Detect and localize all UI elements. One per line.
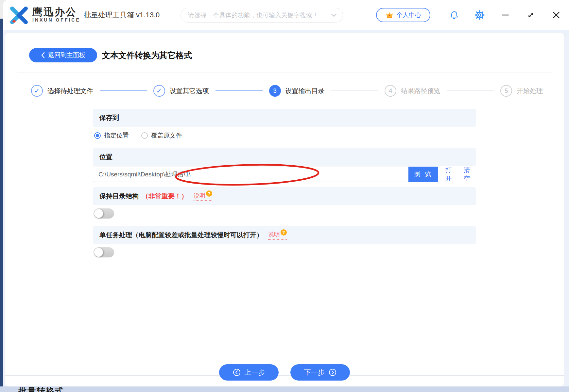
location-title: 位置 [99,153,112,161]
wizard-steps: ✓ 选择待处理文件 ✓ 设置其它选项 3 设置输出目录 4 [31,84,543,97]
help-link-label: 说明 [194,192,205,200]
radio-overwrite-original[interactable]: 覆盖原文件 [141,131,182,140]
circle-chevron-right-icon [329,368,336,376]
step-5-label: 开始处理 [517,87,543,95]
background-window-strip: 批量转格式 [0,386,569,392]
back-to-dashboard-button[interactable]: 返回到主面板 [29,48,97,62]
logo-text-en: INXUN OFFICE [32,17,80,23]
step-5-number: 5 [500,85,512,97]
toggle-knob [94,209,103,218]
single-task-toggle[interactable] [94,247,114,257]
logo-x-icon [9,5,29,25]
background-window-text: 批量转格式 [18,386,64,392]
step-1-check-icon: ✓ [31,85,43,97]
title-divider [17,73,552,73]
save-to-section-header: 保存到 [93,109,476,127]
question-circle-icon: ? [206,190,212,197]
maximize-button[interactable] [526,10,536,20]
step-result-preview[interactable]: 4 结果路径预览 [385,85,440,97]
step-connector [447,90,494,91]
keep-structure-toggle[interactable] [94,208,114,219]
output-path-input[interactable] [93,167,408,182]
radio-unselected-icon[interactable] [141,132,148,139]
crown-icon [385,11,394,19]
app-header: 鹰迅办公 INXUN OFFICE 批量处理工具箱 v1.13.0 个人中心 [3,0,569,30]
step-connector [331,90,378,91]
step-2-check-icon: ✓ [153,85,165,97]
function-search-box[interactable] [181,8,343,23]
toggle-knob [94,248,103,257]
step-4-number: 4 [385,85,396,97]
single-task-section-header: 单任务处理（电脑配置较差或批量处理较慢时可以打开） 说明 ? [93,226,476,244]
page-title: 文本文件转换为其它格式 [102,48,192,62]
user-center-label: 个人中心 [396,11,421,19]
keep-structure-title: 保持目录结构 [99,192,139,201]
step-start-processing[interactable]: 5 开始处理 [500,85,543,97]
open-folder-link[interactable]: 打开 [445,166,458,183]
background-window-edge [0,19,3,387]
app-logo: 鹰迅办公 INXUN OFFICE [9,5,80,25]
step-output-directory[interactable]: 3 设置输出目录 [269,85,325,97]
step-select-files[interactable]: ✓ 选择待处理文件 [31,85,93,97]
step-4-label: 结果路径预览 [401,87,440,95]
question-circle-icon: ? [281,229,287,236]
radio-specified-location[interactable]: 指定位置 [94,131,129,140]
save-to-title: 保存到 [99,113,119,122]
close-button[interactable] [551,10,561,20]
step-2-label: 设置其它选项 [170,87,209,95]
app-window: 鹰迅办公 INXUN OFFICE 批量处理工具箱 v1.13.0 个人中心 [3,0,569,386]
back-button-label: 返回到主面板 [48,51,85,59]
step-3-number: 3 [269,85,281,97]
location-section-header: 位置 [93,148,476,166]
app-title: 批量处理工具箱 v1.13.0 [84,0,160,30]
user-center-button[interactable]: 个人中心 [376,8,430,22]
keep-structure-important-note: （非常重要！） [142,192,188,201]
step-1-label: 选择待处理文件 [47,87,93,95]
settings-gear-icon[interactable] [475,10,485,20]
browse-button[interactable]: 浏 览 [408,167,439,182]
chevron-left-icon [41,52,45,58]
radio-selected-icon[interactable] [94,132,101,139]
step-3-label: 设置输出目录 [285,87,325,95]
previous-step-button[interactable]: 上一步 [219,364,279,381]
desktop-background: 批量转格式 鹰迅办公 INXUN OFFICE 批量处理工具箱 v1.13.0 [0,0,569,392]
single-task-help-link[interactable]: 说明 ? [268,231,287,240]
main-card: 返回到主面板 文本文件转换为其它格式 ✓ 选择待处理文件 ✓ 设置其它选项 [5,33,564,386]
clear-path-link[interactable]: 清空 [464,166,476,183]
output-path-row: 浏 览 打开 清空 [93,167,476,182]
single-task-title: 单任务处理（电脑配置较差或批量处理较慢时可以打开） [99,231,263,239]
circle-chevron-left-icon [233,368,241,376]
step-other-options[interactable]: ✓ 设置其它选项 [153,85,209,97]
radio-specified-location-label: 指定位置 [104,131,129,140]
logo-text-cn: 鹰迅办公 [32,7,80,18]
radio-overwrite-original-label: 覆盖原文件 [151,131,182,140]
save-to-options: 指定位置 覆盖原文件 [94,130,182,141]
chevron-down-icon[interactable] [331,13,337,17]
minimize-button[interactable] [500,10,510,20]
keep-structure-help-link[interactable]: 说明 ? [194,192,212,201]
next-step-button[interactable]: 下一步 [290,364,350,381]
step-connector [216,90,263,91]
previous-step-label: 上一步 [245,368,265,377]
keep-structure-section-header: 保持目录结构 （非常重要！） 说明 ? [93,187,476,205]
app-body: 返回到主面板 文本文件转换为其它格式 ✓ 选择待处理文件 ✓ 设置其它选项 [3,30,569,386]
next-step-label: 下一步 [304,368,325,377]
notification-bell-icon[interactable] [449,10,459,20]
help-link-label: 说明 [268,231,280,238]
logo-text: 鹰迅办公 INXUN OFFICE [32,7,80,23]
wizard-footer: 上一步 下一步 [5,364,564,381]
search-input[interactable] [188,12,331,19]
step-connector [100,90,147,91]
